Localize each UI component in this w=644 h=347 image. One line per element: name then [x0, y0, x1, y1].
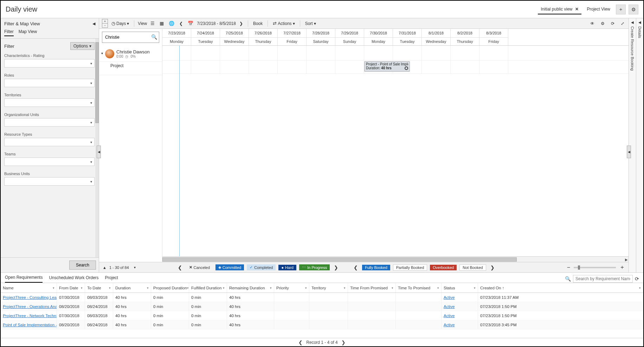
grid-cell[interactable]: Project - Point of Sale Implemen Duratio… — [364, 60, 393, 73]
expand-resource-icon[interactable]: ▾ — [101, 51, 103, 55]
booking-legend-prev-icon[interactable]: ❮ — [352, 265, 359, 270]
grid-cell[interactable] — [307, 60, 335, 73]
legend-fullybooked[interactable]: Fully Booked — [362, 265, 390, 270]
grid-cell[interactable] — [307, 46, 335, 60]
column-header[interactable]: Duration▾ — [113, 283, 151, 293]
column-header[interactable]: Remaining Duration▾ — [227, 283, 274, 293]
table-row[interactable]: Point of Sale Implementation - O... 08/2… — [1, 320, 643, 329]
grid-cell[interactable] — [451, 46, 479, 60]
pager-dropdown[interactable]: ▾ — [134, 265, 136, 269]
grid-cell[interactable] — [393, 60, 422, 73]
grid-cell[interactable] — [220, 46, 249, 60]
requirement-search-input[interactable] — [573, 275, 633, 283]
collapse-left-icon[interactable]: ◀ — [92, 21, 95, 26]
refresh-button[interactable]: ⟳ — [610, 20, 616, 27]
table-row[interactable]: ProjectThree - Operations Analyst 08/20/… — [1, 302, 643, 311]
column-filter-icon[interactable]: ▾ — [187, 286, 189, 290]
page-prev-button[interactable]: ❮ — [298, 340, 303, 345]
requirement-link[interactable]: ProjectThree - Network Technician — [3, 314, 57, 318]
status-link[interactable]: Active — [444, 323, 455, 327]
column-filter-icon[interactable]: ▾ — [53, 286, 54, 290]
legend-committed[interactable]: ◈Committed — [215, 264, 244, 270]
sort-menu[interactable]: Sort ▾ — [304, 20, 317, 27]
column-header[interactable]: Status▾ — [442, 283, 478, 293]
grid-cell[interactable] — [249, 60, 278, 73]
filter-select-0[interactable] — [4, 59, 95, 68]
scroll-right-icon[interactable]: ▶ — [624, 257, 629, 262]
grid-cell[interactable] — [278, 60, 307, 73]
grid-cell[interactable] — [191, 46, 220, 60]
table-row[interactable]: ProjectThree - Consulting Lead 07/30/201… — [1, 293, 643, 302]
filter-select-4[interactable] — [4, 138, 95, 146]
legend-partiallybooked[interactable]: Partially Booked — [393, 264, 427, 271]
page-next-button[interactable]: ❯ — [341, 340, 346, 345]
grid-cell[interactable] — [422, 60, 451, 73]
column-filter-icon[interactable]: ▾ — [270, 286, 272, 290]
column-header[interactable]: Territory▾ — [309, 283, 348, 293]
column-filter-icon[interactable]: ▾ — [344, 286, 346, 290]
grid-cell[interactable] — [278, 46, 307, 60]
zoom-out-button[interactable]: − — [567, 264, 570, 271]
grid-cell[interactable] — [451, 60, 479, 73]
tab-unscheduled-workorders[interactable]: Unscheduled Work Orders — [49, 275, 98, 282]
grid-cell[interactable] — [479, 46, 508, 60]
requirement-link[interactable]: Point of Sale Implementation - O... — [3, 323, 57, 327]
grid-cell[interactable] — [191, 60, 220, 73]
grid-cell[interactable] — [335, 60, 364, 73]
view-tab-initial[interactable]: Initial public view ✕ — [538, 5, 581, 14]
grid-cell[interactable] — [393, 46, 422, 60]
add-view-button[interactable]: ＋ — [616, 5, 626, 14]
column-filter-icon[interactable]: ▾ — [474, 286, 476, 290]
resource-search-input[interactable] — [102, 32, 159, 43]
legend-overbooked[interactable]: Overbooked — [430, 265, 457, 270]
column-filter-icon[interactable]: ▾ — [81, 286, 83, 290]
requirement-link[interactable]: ProjectThree - Consulting Lead — [3, 295, 57, 300]
column-header[interactable]: Created On ↑▾ — [478, 283, 643, 293]
next-range-button[interactable]: ❯ — [238, 20, 244, 27]
requirement-link[interactable]: ProjectThree - Operations Analyst — [3, 304, 57, 309]
tab-map-view[interactable]: Map View — [19, 29, 37, 36]
column-filter-icon[interactable]: ▾ — [147, 286, 149, 290]
column-filter-icon[interactable]: ▾ — [305, 286, 307, 290]
search-icon[interactable]: 🔍 — [151, 34, 157, 40]
grid-cell[interactable] — [479, 60, 508, 73]
column-header[interactable]: Fulfilled Duration▾ — [189, 283, 227, 293]
search-button[interactable]: Search — [69, 261, 96, 270]
tab-project[interactable]: Project — [105, 275, 118, 282]
column-header[interactable]: Time To Promised▾ — [396, 283, 442, 293]
legend-inprogress[interactable]: ⋯In Progress — [299, 264, 330, 270]
refresh-icon[interactable]: ⟳ — [635, 276, 639, 282]
zoom-slider[interactable] — [574, 267, 616, 268]
grid-view-button[interactable]: ▦ — [158, 20, 165, 27]
resource-row[interactable]: ▾ Christie Dawson 0:00 ◷ 0% — [99, 47, 162, 62]
status-link[interactable]: Active — [444, 304, 455, 309]
table-row[interactable]: ProjectThree - Network Technician 07/30/… — [1, 311, 643, 320]
grid-cell[interactable] — [364, 46, 393, 60]
column-header[interactable]: From Date▾ — [57, 283, 85, 293]
search-icon[interactable]: 🔍 — [565, 276, 571, 282]
column-filter-icon[interactable]: ▾ — [109, 286, 111, 290]
splitter-right[interactable]: ◀ — [627, 146, 631, 158]
actions-menu[interactable]: ⇄ Actions ▾ — [271, 20, 296, 27]
legend-completed[interactable]: ✓Completed — [247, 264, 276, 270]
tab-open-requirements[interactable]: Open Requirements — [5, 275, 43, 283]
grid-cell[interactable] — [249, 46, 278, 60]
booking-legend-next-icon[interactable]: ❯ — [489, 265, 496, 270]
book-button[interactable]: Book — [252, 20, 264, 27]
legend-canceled[interactable]: ✕Canceled — [186, 264, 213, 270]
timescale-days[interactable]: ◷ Days ▾ — [110, 20, 130, 27]
expand-up-icon[interactable]: ▲ — [103, 265, 107, 270]
column-filter-icon[interactable]: ▾ — [223, 286, 225, 290]
visibility-button[interactable]: 👁 — [589, 20, 596, 27]
status-link[interactable]: Active — [444, 314, 455, 318]
column-header[interactable]: Priority▾ — [274, 283, 309, 293]
prev-range-button[interactable]: ❮ — [178, 20, 184, 27]
grid-cell[interactable] — [335, 46, 364, 60]
column-header[interactable]: Proposed Duration▾ — [151, 283, 189, 293]
grid-cell[interactable] — [162, 46, 191, 60]
zoom-in-button[interactable]: ＋ — [619, 264, 625, 271]
board-settings-button[interactable]: ⚙ — [599, 20, 606, 27]
grid-cell[interactable] — [220, 60, 249, 73]
grid-cell[interactable] — [422, 46, 451, 60]
column-filter-icon[interactable]: ▾ — [392, 286, 393, 290]
